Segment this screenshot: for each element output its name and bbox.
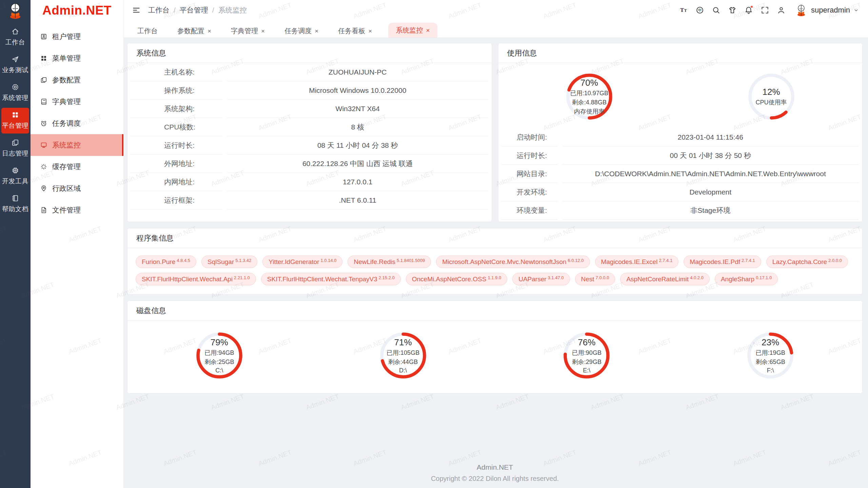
assembly-badge: NewLife.Redis5.1.8401.5009 [348,256,431,268]
sidebar-item-schedule[interactable]: 任务调度 [31,113,123,134]
fullscreen-icon[interactable] [760,5,770,15]
assembly-name: Yitter.IdGenerator [269,256,319,268]
gauge-detail-line: 剩余:65GB [756,358,785,366]
tab-参数配置[interactable]: 参数配置× [174,24,215,38]
info-value: Development [562,183,859,201]
ring-gauge: 23%已用:19GB剩余:65GBF:\ [745,330,796,381]
breadcrumb-item[interactable]: 工作台 [148,5,170,15]
rail-item-log-mgmt[interactable]: 日志管理 [1,136,29,161]
usage-gauges: 70%已用:10.97GB剩余:4.88GB内存使用率12%CPU使用率 [498,63,863,128]
theme-shirt-icon[interactable] [727,5,737,15]
tab-工作台[interactable]: 工作台 [134,24,161,38]
panel-title: 使用信息 [498,43,863,63]
sidebar-item-region[interactable]: 行政区域 [31,178,123,199]
sidebar-item-label: 字典管理 [52,97,81,106]
gauge-text: 71%已用:105GB剩余:44GBD:\ [378,330,429,381]
footer-app-name: Admin.NET [127,463,863,471]
app-logo[interactable] [0,0,31,22]
font-size-icon[interactable]: TT [678,5,689,15]
assembly-badge: Nest7.0.0.0 [575,273,615,285]
info-value: 2023-01-04 11:15:46 [562,128,859,146]
info-value: 8 核 [227,118,488,136]
gauge-detail-line: D:\ [399,367,407,374]
gauge-percent: 12% [763,87,780,97]
collapse-menu-icon[interactable] [131,5,141,15]
secondary-sidebar: Admin.NET 租户管理菜单管理参数配置字典管理任务调度系统监控缓存管理行政… [31,0,124,488]
gauge-percent: 70% [580,78,598,88]
assembly-name: SKIT.FlurlHttpClient.Wechat.TenpayV3 [267,273,377,285]
info-value: Win32NT X64 [227,100,488,118]
assembly-badge: Magicodes.IE.Excel2.7.4.1 [595,256,679,268]
assembly-name: Lazy.Captcha.Core [772,256,827,268]
sidebar-item-label: 租户管理 [52,32,81,41]
info-row: 网站目录:D:\CODEWORK\Admin.NET\Admin.NET\Adm… [498,165,863,183]
assembly-version: 7.0.0.0 [596,276,609,280]
assembly-badge: AngleSharp0.17.1.0 [715,273,778,285]
rail-item-biz-test[interactable]: 业务测试 [1,52,29,78]
panel-title: 磁盘信息 [127,301,862,321]
sidebar-item-label: 行政区域 [52,184,81,193]
assembly-badge: Furion.Pure4.8.4.5 [136,256,196,268]
sidebar-item-cache[interactable]: 缓存管理 [31,156,123,178]
tab-任务调度[interactable]: 任务调度× [281,24,322,38]
sidebar-item-monitor[interactable]: 系统监控 [31,134,123,156]
close-icon[interactable]: × [315,28,318,34]
rail-item-platform-mgmt[interactable]: 平台管理 [1,108,29,134]
user-menu[interactable]: superadmin [794,3,859,17]
bell-icon[interactable] [744,5,754,15]
search-icon[interactable] [711,5,721,15]
send-icon [11,55,19,63]
assembly-name: Magicodes.IE.Excel [601,256,658,268]
assembly-version: 4.0.2.0 [690,276,704,280]
info-row: 开发环境:Development [498,183,863,201]
gauge-detail-line: 已用:90GB [572,349,601,357]
ring-gauge: 70%已用:10.97GB剩余:4.88GB内存使用率 [564,71,615,122]
tab-系统监控[interactable]: 系统监控× [388,23,437,38]
main-column: 工作台/平台管理/系统监控 TT中superadmin 工作台参数配置×字典管理… [124,0,868,488]
tab-任务看板[interactable]: 任务看板× [335,24,375,38]
sidebar-item-menu[interactable]: 菜单管理 [31,47,123,69]
breadcrumb-item[interactable]: 平台管理 [180,5,208,15]
assembly-version: 3.1.47.0 [548,276,564,280]
user-icon[interactable] [776,5,786,15]
gear-icon [11,83,19,91]
close-icon[interactable]: × [368,28,372,34]
rail-item-system-mgmt[interactable]: 系统管理 [1,80,29,106]
close-icon[interactable]: × [261,28,265,34]
home-icon [11,27,19,36]
info-value: 60.222.128.26 中国 山西 运城 联通 [227,155,488,173]
sidebar-item-label: 参数配置 [52,75,81,85]
sidebar-item-params[interactable]: 参数配置 [31,69,123,91]
page-footer: Admin.NET Copyright © 2022 Dilon All rig… [127,463,863,488]
gauge-text: 79%已用:94GB剩余:25GBC:\ [194,330,245,381]
disks-panel: 磁盘信息 79%已用:94GB剩余:25GBC:\71%已用:105GB剩余:4… [127,301,863,393]
gauge-text: 12%CPU使用率 [746,71,797,122]
assembly-name: UAParser [518,273,546,285]
rail-item-dev-tools[interactable]: 开发工具 [1,163,29,189]
info-value: 00 天 01 小时 38 分 50 秒 [562,146,859,165]
map-pin-icon [40,185,47,192]
info-label: 网站目录: [501,165,557,183]
info-value: 127.0.0.1 [227,173,488,191]
assembly-name: Furion.Pure [142,256,175,268]
ring-gauge: 76%已用:90GB剩余:29GBE:\ [561,330,612,381]
info-label: 内网地址: [130,173,222,191]
user-avatar [794,3,808,17]
primary-nav-rail: 工作台业务测试系统管理平台管理日志管理开发工具帮助文档 [0,0,31,488]
chevron-down-icon [853,7,859,13]
close-icon[interactable]: × [426,27,430,34]
close-icon[interactable]: × [208,28,211,34]
assembly-badge: SKIT.FlurlHttpClient.Wechat.Api2.21.1.0 [136,273,256,285]
info-row: 启动时间:2023-01-04 11:15:46 [498,128,863,146]
gauge-detail-line: 已用:105GB [387,349,419,357]
rail-item-help-docs[interactable]: 帮助文档 [1,191,29,217]
language-icon[interactable]: 中 [695,5,705,15]
sidebar-item-file[interactable]: 文件管理 [31,199,123,221]
sidebar-item-tenant[interactable]: 租户管理 [31,26,123,47]
sidebar-item-dict[interactable]: 字典管理 [31,91,123,113]
info-label: 系统架构: [130,100,222,118]
tenant-icon [40,33,47,40]
tab-字典管理[interactable]: 字典管理× [228,24,268,38]
rail-item-workbench[interactable]: 工作台 [1,24,29,50]
svg-text:T: T [680,7,684,13]
